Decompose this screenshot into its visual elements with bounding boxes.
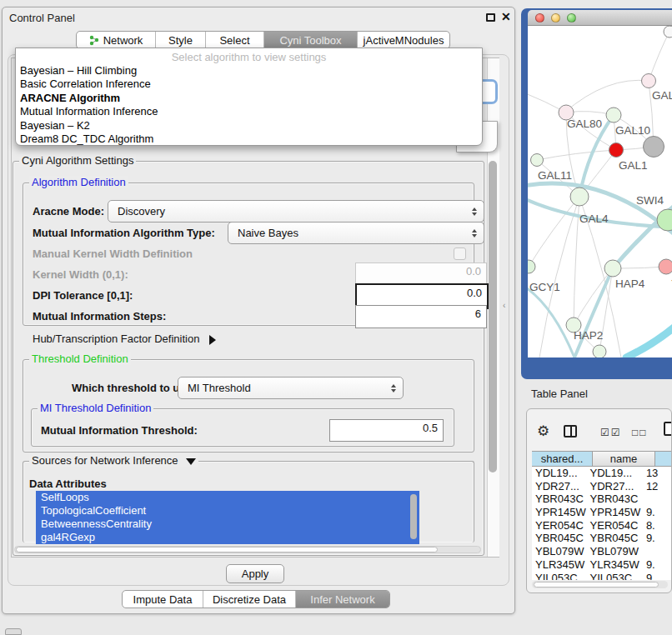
table-cell: YIL053C [587, 572, 643, 581]
table-column-header[interactable]: name [593, 451, 655, 467]
bottom-tabs: Impute Data Discretize Data Infer Networ… [122, 590, 390, 608]
attribute-list-item[interactable]: gal4RGexp [36, 531, 419, 544]
deselect-all-icon[interactable]: □□ [632, 427, 648, 438]
group-title: MI Threshold Definition [38, 402, 153, 414]
close-window-icon[interactable] [535, 13, 544, 22]
attribute-list-item[interactable]: TopologicalCoefficient [36, 504, 419, 518]
table-horizontal-scrollbar-thumb[interactable] [534, 582, 659, 588]
network-node-label: GAL1 [619, 159, 648, 172]
algorithm-option[interactable]: Dream8 DC_TDC Algorithm [16, 132, 482, 146]
table-row[interactable]: YBR045CYBR045C9. [532, 532, 672, 545]
desktop: Control Panel ✕ Network Style Select Cyn… [0, 0, 672, 635]
minimized-panel-tab[interactable] [5, 628, 22, 635]
table-cell: 9. [643, 558, 672, 572]
manual-kernel-width-checkbox[interactable] [454, 248, 466, 260]
minimize-window-icon[interactable] [551, 13, 560, 22]
mi-threshold-field[interactable]: 0.5 [329, 419, 444, 442]
tab-impute-data[interactable]: Impute Data [123, 591, 203, 608]
new-table-icon[interactable] [664, 422, 672, 436]
apply-button[interactable]: Apply [226, 564, 284, 583]
mi-threshold-label: Mutual Information Threshold: [41, 424, 198, 437]
algorithm-option[interactable]: Mutual Information Inference [16, 105, 482, 118]
hub-definition-expander[interactable]: Hub/Transcription Factor Definition [33, 332, 216, 345]
network-edge[interactable] [529, 197, 579, 267]
attribute-list-item[interactable]: BetweennessCentrality [36, 518, 419, 531]
table-cell: YER054C [587, 519, 643, 532]
kernel-width-field[interactable]: 0.0 [355, 262, 487, 286]
network-node-label: GAL11 [538, 169, 572, 182]
table-row[interactable]: YER054CYER054C8. [532, 519, 672, 532]
combo-arrows-icon [472, 208, 477, 216]
table-row[interactable]: YDL19...YDL19...13 [532, 467, 672, 480]
table-body: YDL19...YDL19...13YDR27...YDR27...12YBR0… [532, 467, 672, 580]
table-cell: YDR27... [532, 480, 587, 493]
table-row[interactable]: YDR27...YDR27...12 [532, 480, 672, 493]
column-view-icon[interactable] [564, 425, 577, 438]
table-row[interactable]: YLR345WYLR345W9. [532, 558, 672, 572]
network-node[interactable] [644, 137, 664, 158]
tab-cyni-toolbox[interactable]: Cyni Toolbox [264, 32, 358, 48]
sources-group-title[interactable]: Sources for Network Inference [29, 454, 198, 467]
attribute-list-item[interactable]: SelfLoops [36, 491, 419, 504]
select-all-icon[interactable]: ☑☑ [600, 427, 622, 438]
tab-infer-network[interactable]: Infer Network [296, 591, 389, 608]
network-node[interactable] [528, 260, 535, 273]
table-column-header[interactable] [655, 451, 672, 467]
zoom-window-icon[interactable] [567, 13, 576, 22]
settings-vertical-scrollbar-thumb[interactable] [489, 161, 497, 472]
network-node[interactable] [659, 259, 672, 274]
tab-network[interactable]: Network [77, 32, 156, 48]
attributes-scrollbar-thumb[interactable] [410, 494, 417, 539]
which-threshold-combo[interactable]: MI Threshold [178, 377, 404, 399]
table-cell: 12 [643, 480, 672, 493]
tab-discretize-data[interactable]: Discretize Data [203, 591, 296, 608]
network-node[interactable] [609, 143, 624, 158]
table-row[interactable]: YPR145WYPR145W9. [532, 506, 672, 519]
network-node[interactable] [570, 188, 589, 206]
network-edge[interactable] [574, 268, 613, 358]
network-edge[interactable] [564, 80, 649, 112]
table-row[interactable]: YBL079WYBL079W [532, 545, 672, 558]
table-column-header[interactable]: shared... [532, 451, 593, 467]
settings-gear-icon[interactable]: ⚙ [537, 422, 549, 440]
algorithm-option[interactable]: Bayesian – K2 [16, 119, 482, 132]
algorithm-option[interactable]: ARACNE Algorithm [16, 92, 482, 105]
network-node[interactable] [664, 26, 672, 38]
splitter-collapse-arrow[interactable]: ‹ [503, 301, 505, 310]
network-node[interactable] [593, 345, 606, 358]
network-node[interactable] [642, 74, 656, 88]
expand-arrow-icon [209, 335, 216, 345]
mi-algorithm-type-combo[interactable]: Naive Bayes [228, 222, 484, 244]
combo-arrows-icon [472, 229, 477, 238]
mi-steps-field[interactable]: 6 [355, 305, 487, 328]
settings-horizontal-scrollbar-thumb[interactable] [16, 547, 438, 552]
table-cell: YBL079W [587, 545, 643, 558]
aracne-mode-combo[interactable]: Discovery [108, 200, 484, 222]
tab-jactivemnodules[interactable]: jActiveMNodules [358, 32, 449, 48]
table-row[interactable]: YIL053CYIL053C9. [532, 572, 672, 581]
tab-style[interactable]: Style [156, 32, 206, 48]
network-node[interactable] [606, 108, 621, 122]
network-canvas[interactable]: GALGAL80GAL10GAL1GAL11GAL4SWI4GCY1HAP4YH… [528, 26, 672, 358]
table-header-row: shared...name [532, 451, 672, 467]
algorithm-option[interactable]: Basic Correlation Inference [16, 78, 482, 91]
algorithm-option[interactable]: Bayesian – Hill Climbing [16, 64, 482, 78]
network-node[interactable] [531, 154, 544, 167]
mi-steps-label: Mutual Information Steps: [33, 310, 166, 322]
group-title: Algorithm Definition [29, 176, 128, 188]
table-cell: YDR27... [587, 480, 643, 493]
float-window-icon[interactable] [486, 13, 495, 22]
network-edge[interactable] [626, 324, 672, 358]
close-icon[interactable]: ✕ [501, 10, 511, 23]
dropdown-placeholder: Select algorithm to view settings [16, 50, 482, 64]
network-edge[interactable] [537, 150, 616, 160]
network-edge[interactable] [649, 32, 669, 81]
manual-kernel-width-label: Manual Kernel Width Definition [33, 248, 193, 260]
table-cell: YBR045C [532, 532, 587, 545]
mi-algorithm-type-label: Mutual Information Algorithm Type: [33, 227, 215, 239]
table-row[interactable]: YBR043CYBR043C [532, 492, 672, 506]
tab-select[interactable]: Select [206, 32, 264, 48]
network-window-titlebar[interactable] [528, 10, 672, 26]
group-title: Cyni Algorithm Settings [19, 154, 136, 167]
network-node[interactable] [604, 260, 621, 277]
